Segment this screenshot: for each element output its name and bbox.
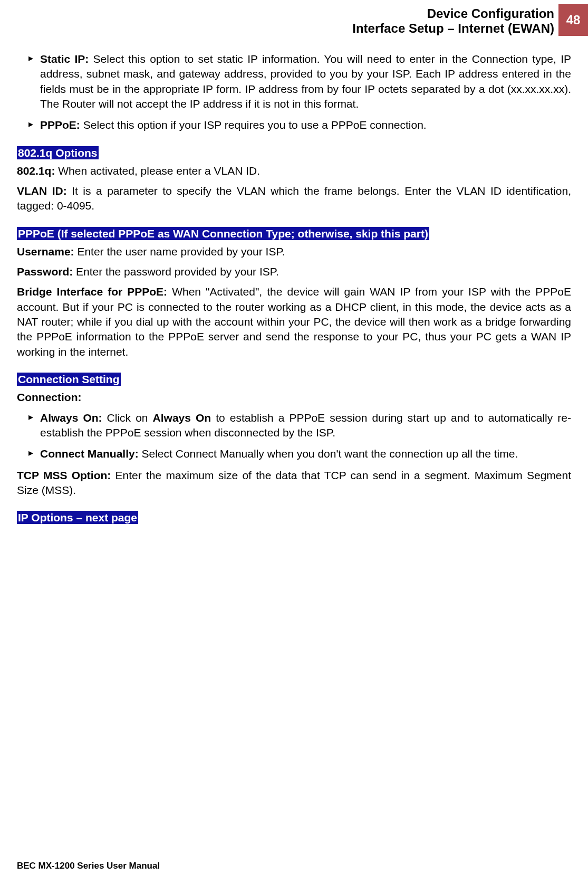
p-username: Username: Enter the user name provided b… [17,244,571,259]
bullet-term: PPPoE: [40,119,80,131]
text-vlan-id: It is a parameter to specify the VLAN wh… [17,185,571,212]
p-tcp-mss: TCP MSS Option: Enter the maximum size o… [17,468,571,498]
section-8021q-heading: 802.1q Options [17,146,99,159]
page-number-box: 48 [558,4,588,36]
bullet-always-on: Always On: Click on Always On to establi… [28,411,571,441]
text-username: Enter the user name provided by your ISP… [74,245,285,258]
p-8021q: 802.1q: When activated, please enter a V… [17,164,571,178]
term-connection: Connection: [17,391,81,403]
section-pppoe-heading: PPPoE (If selected PPPoE as WAN Connecti… [17,227,429,240]
header-title-line1: Device Configuration [352,6,554,21]
bullet-pppoe: PPPoE: Select this option if your ISP re… [28,118,571,132]
section-ip-options-heading: IP Options – next page [17,511,138,524]
term-tcp-mss: TCP MSS Option: [17,469,111,481]
page-header: Device Configuration Interface Setup – I… [0,0,588,36]
p-bridge-interface: Bridge Interface for PPPoE: When "Activa… [17,284,571,359]
bullet-term: Connect Manually: [40,448,139,460]
content-area: Static IP: Select this option to set sta… [0,36,588,524]
bullet-text: Select this option to set static IP info… [40,53,571,110]
p-vlan-id: VLAN ID: It is a parameter to specify th… [17,184,571,214]
text-8021q: When activated, please enter a VLAN ID. [55,165,260,177]
bullet-text: Select Connect Manually when you don't w… [139,448,518,460]
connection-bullet-list: Always On: Click on Always On to establi… [28,411,571,462]
p-password: Password: Enter the password provided by… [17,264,571,279]
term-username: Username: [17,245,74,258]
bullet-text: Select this option if your ISP requires … [80,119,427,131]
top-bullet-list: Static IP: Select this option to set sta… [28,52,571,133]
term-8021q: 802.1q: [17,165,55,177]
bullet-text-pre: Click on [102,412,153,424]
header-title-line2: Interface Setup – Internet (EWAN) [352,21,554,36]
term-vlan-id: VLAN ID: [17,185,67,197]
section-8021q-heading-wrapper: 802.1q Options [17,147,571,159]
header-title-block: Device Configuration Interface Setup – I… [352,4,558,36]
footer-text: BEC MX-1200 Series User Manual [17,861,160,871]
term-bridge-interface: Bridge Interface for PPPoE: [17,286,167,298]
bullet-static-ip: Static IP: Select this option to set sta… [28,52,571,111]
page-number: 48 [566,13,581,27]
term-password: Password: [17,265,73,278]
section-connection-heading-wrapper: Connection Setting [17,373,571,386]
section-ip-options-heading-wrapper: IP Options – next page [17,511,571,524]
text-password: Enter the password provided by your ISP. [73,265,279,278]
p-connection: Connection: [17,390,571,405]
bullet-term2: Always On [153,412,211,424]
bullet-term: Static IP: [40,53,89,65]
section-pppoe-heading-wrapper: PPPoE (If selected PPPoE as WAN Connecti… [17,227,571,240]
bullet-connect-manually: Connect Manually: Select Connect Manuall… [28,446,571,461]
bullet-term: Always On: [40,412,102,424]
section-connection-heading: Connection Setting [17,373,121,386]
